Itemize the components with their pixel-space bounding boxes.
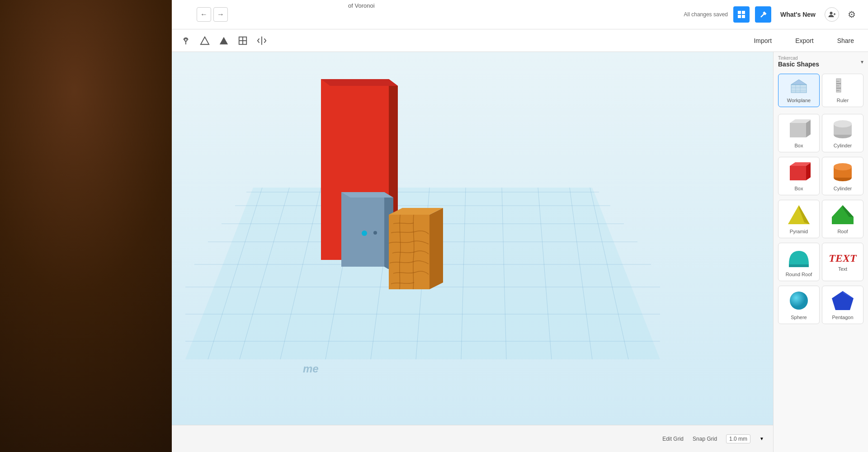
shape-label-text: Text [838,266,847,272]
panel-provider: Tinkercad [778,56,819,61]
panel-dropdown-arrow[interactable]: ▾ [861,59,863,65]
ruler-label: Ruler [837,98,849,103]
svg-rect-37 [341,192,384,267]
3d-viewport[interactable]: me [172,52,773,425]
shape-sphere[interactable]: Sphere [778,286,820,324]
blue-door-object[interactable] [341,192,393,269]
toolbar2-right: Import Export Share [746,34,861,47]
shape-icon-sphere [787,290,811,313]
svg-point-4 [830,12,833,14]
saved-status: All changes saved [684,11,728,18]
forward-button[interactable]: → [213,7,228,22]
ruler-tool[interactable]: Ruler [822,74,863,107]
orange-stone-object[interactable] [389,208,443,292]
shape-label-box-gray: Box [795,143,803,148]
shape-icon-text: TEXT [829,252,856,264]
breadcrumb: of Voronoi [348,2,375,9]
back-button[interactable]: ← [197,7,211,22]
panel-header: Tinkercad Basic Shapes ▾ [774,52,868,71]
tinkercad-app: ☆ ⋮ of Voronoi ← → All changes saved [172,0,868,452]
shape-icon-round-roof [787,247,811,270]
shape-cylinder-gray[interactable]: Cylinder [822,114,863,152]
shape-icon-roof [831,204,854,227]
settings-button[interactable]: ⚙ [844,7,859,22]
svg-marker-45 [791,80,807,85]
shapes-grid-row5: Sphere Pentagon [774,283,868,326]
shape-pyramid[interactable]: Pyramid [778,200,820,238]
svg-rect-63 [790,166,806,180]
grid-view-button[interactable] [733,6,750,23]
shape-roof[interactable]: Roof [822,200,863,238]
svg-point-68 [834,163,852,170]
shape-icon-box-red [787,161,811,184]
shape-label-pentagon: Pentagon [832,315,853,320]
workplane-label: Workplane [787,98,811,103]
ruler-icon [834,78,851,96]
svg-marker-75 [832,291,854,310]
panel-tools-row: Workplane Ruler [774,71,868,112]
snap-grid-value[interactable]: 1.0 mm [726,434,750,443]
shape-label-roof: Roof [837,229,848,234]
export-button[interactable]: Export [788,34,821,47]
align-button[interactable] [236,33,250,48]
import-button[interactable]: Import [746,34,779,47]
svg-point-40 [373,231,377,235]
svg-point-62 [834,120,852,127]
shape-icon-cylinder-orange [831,161,854,184]
svg-marker-36 [321,79,398,86]
whats-new-button[interactable]: What's New [777,9,819,20]
shapes-grid-row1: Box Cylinder [774,112,868,155]
shape-cylinder-orange[interactable]: Cylinder [822,157,863,195]
shapes-grid-row3: Pyramid Roof [774,198,868,240]
shape-round-roof[interactable]: Round Roof [778,243,820,281]
secondary-toolbar: Import Export Share [172,29,868,52]
grid-label: me [303,363,319,375]
panel-collapse-button[interactable]: › [773,243,774,261]
hammer-button[interactable] [755,6,771,23]
shape-label-box-red: Box [795,186,803,191]
add-user-button[interactable] [825,7,839,22]
svg-rect-44 [791,85,807,93]
shape-label-pyramid: Pyramid [790,229,808,234]
snap-grid-label: Snap Grid [693,436,717,442]
shape-text[interactable]: TEXT Text [822,243,863,281]
toolbar-left: of Voronoi ← → [176,7,518,22]
pin-tool-button[interactable] [179,33,193,48]
workplane-tool[interactable]: Workplane [778,74,820,107]
triangle-outline-button[interactable] [198,33,212,48]
status-bar: Edit Grid Snap Grid 1.0 mm ▼ [172,425,773,452]
shape-pentagon[interactable]: Pentagon [822,286,863,324]
shape-icon-cylinder-gray [831,118,854,141]
shape-label-cylinder-orange: Cylinder [834,186,852,191]
shape-box-gray[interactable]: Box [778,114,820,152]
shapes-grid-row4: Round Roof TEXT Text [774,240,868,283]
workplane-icon [790,78,807,96]
main-toolbar: of Voronoi ← → All changes saved What's … [172,0,868,29]
svg-point-74 [790,292,808,310]
shapes-grid-row2: Box Cylinder [774,155,868,198]
svg-marker-39 [341,192,393,198]
snap-down-arrow[interactable]: ▼ [760,436,764,441]
svg-rect-73 [789,264,809,267]
shapes-panel: › Tinkercad Basic Shapes ▾ [773,52,868,452]
edit-grid-label[interactable]: Edit Grid [662,436,684,442]
shape-label-round-roof: Round Roof [786,272,812,277]
shape-box-red[interactable]: Box [778,157,820,195]
svg-rect-2 [738,15,741,18]
panel-category: Basic Shapes [778,61,819,68]
triangle-solid-button[interactable] [217,33,231,48]
svg-rect-3 [742,15,745,18]
svg-marker-42 [429,208,443,289]
svg-marker-8 [201,37,209,44]
toolbar-right: All changes saved What's New [518,6,863,23]
flip-button[interactable] [255,33,269,48]
svg-rect-57 [790,123,806,137]
svg-rect-0 [738,11,741,14]
shape-icon-box-gray [787,118,811,141]
shape-icon-pyramid [787,204,811,227]
shape-label-sphere: Sphere [791,315,807,320]
svg-rect-1 [742,11,745,14]
share-button[interactable]: Share [830,34,861,47]
shape-label-cylinder-gray: Cylinder [834,143,852,148]
svg-point-7 [184,38,187,41]
